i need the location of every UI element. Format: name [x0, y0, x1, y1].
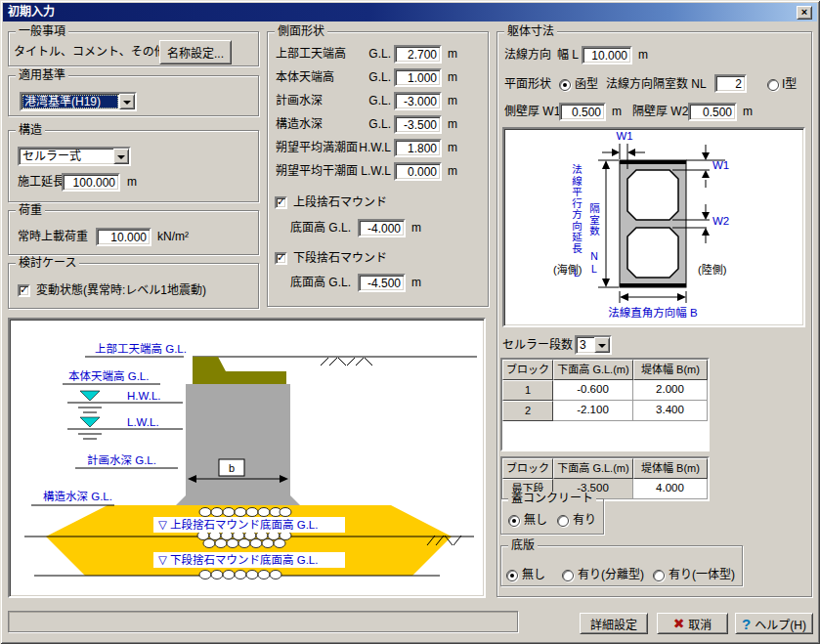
body-top-input[interactable] — [394, 68, 442, 87]
variable-state-checkbox[interactable] — [18, 284, 30, 297]
row-header: 1 — [502, 380, 553, 401]
help-button[interactable]: ? ヘルプ(H) — [735, 613, 813, 634]
cell-base-gl[interactable]: -0.600 — [553, 380, 633, 401]
plan-cell-lower — [627, 228, 678, 278]
row-label: 計画水深 — [276, 92, 323, 110]
cover-none-label: 無し — [524, 511, 547, 530]
cancel-label: 取消 — [688, 616, 712, 632]
plan-diagram: W1 W1 W2 法線直角方向幅 B (海側) — [504, 129, 803, 325]
label-design-depth: 計画水深 G.L. — [87, 453, 156, 466]
upper-mound-base-label: 底面高 G.L. — [290, 219, 351, 237]
table-row: 1 -0.600 2.000 — [502, 380, 708, 401]
design-depth-input[interactable] — [394, 92, 442, 110]
row-label: 構造水深 — [276, 115, 323, 134]
col-header-width: 堤体幅 B(m) — [633, 360, 708, 380]
structure-depth-input[interactable] — [394, 115, 442, 134]
label-sea-side: (海側) — [553, 263, 582, 276]
w1-label: 側壁厚 W1 — [504, 103, 560, 121]
table-header-row: ブロック 下面高 G.L.(m) 堤体幅 B(m) — [502, 360, 708, 380]
cancel-x-icon: ✖ — [673, 617, 685, 630]
structure-type-combobox[interactable]: セルラー式 — [18, 147, 131, 166]
plan-box-label: 函型 — [575, 75, 598, 94]
upper-mound-unit: m — [411, 219, 421, 237]
cellular-stage-label: セルラー段数 — [502, 336, 573, 355]
cellular-stage-combobox[interactable]: 3 — [575, 335, 612, 355]
w1-input[interactable] — [559, 103, 606, 121]
nl-input[interactable] — [714, 74, 747, 93]
hwl-marker-icon — [80, 391, 100, 401]
block-table-upper: ブロック 下面高 G.L.(m) 堤体幅 B(m) 1 -0.600 2.000… — [500, 358, 710, 451]
standard-combobox[interactable]: 港湾基準(H19) — [20, 92, 137, 111]
chevron-down-icon[interactable] — [113, 149, 129, 164]
upper-mound-checkbox[interactable] — [275, 196, 287, 209]
section-diagram: 上部工天端高 G.L. 本体天端高 G.L. H.W.L. L.W.L. 計画水… — [10, 320, 484, 596]
cover-none-radio[interactable] — [508, 515, 520, 527]
plan-i-radio[interactable] — [767, 79, 779, 91]
row-ref: G.L. — [332, 92, 391, 110]
cell-base-gl[interactable]: -2.100 — [553, 401, 633, 421]
standard-combobox-value: 港湾基準(H19) — [22, 95, 118, 108]
group-study-case-title: 検討ケース — [16, 256, 79, 270]
plan-box-radio[interactable] — [559, 79, 571, 91]
table-row: 2 -2.100 3.400 — [502, 401, 708, 421]
cellular-stage-value: 3 — [578, 338, 593, 352]
cover-yes-radio[interactable] — [557, 515, 569, 527]
crest-top-input[interactable] — [394, 45, 442, 64]
slab-integral-radio[interactable] — [653, 570, 665, 581]
col-header-base: 下面高 G.L.(m) — [553, 360, 633, 380]
chevron-down-icon[interactable] — [594, 337, 610, 353]
lower-mound-checkbox[interactable] — [275, 252, 287, 265]
label-width-b: 法線直角方向幅 B — [608, 306, 698, 319]
row-unit: m — [448, 45, 457, 64]
length-input[interactable] — [62, 173, 120, 192]
chevron-down-icon[interactable] — [119, 94, 135, 109]
cancel-button[interactable]: ✖ 取消 — [657, 613, 728, 634]
lwl-input[interactable] — [394, 162, 442, 181]
slab-separate-radio[interactable] — [562, 570, 574, 581]
group-structure-title: 構造 — [16, 123, 45, 137]
row-unit: m — [448, 162, 457, 181]
upper-mound-base-input[interactable] — [358, 219, 406, 237]
slab-integral-label: 有り(一体型) — [669, 566, 735, 584]
help-question-icon: ? — [742, 617, 751, 631]
row-ref: G.L. — [332, 68, 391, 87]
plan-diagram-panel: W1 W1 W2 法線直角方向幅 B (海側) — [502, 127, 805, 327]
name-setting-button[interactable]: 名称設定... — [159, 40, 232, 64]
slab-none-radio[interactable] — [506, 570, 518, 581]
w1-unit: m — [612, 103, 622, 121]
plan-cell-upper — [627, 170, 678, 220]
superstructure-shape — [193, 357, 286, 384]
hwl-input[interactable] — [394, 139, 442, 157]
dialog-initial-input: 初期入力 × 一般事項 タイトル、コメント、その他: 名称設定... 適用基準 … — [0, 0, 820, 644]
slab-separate-label: 有り(分離型) — [578, 566, 644, 584]
cell-width-b[interactable]: 2.000 — [633, 380, 708, 401]
col-header-block: ブロック — [502, 458, 553, 479]
length-unit: m — [127, 173, 137, 192]
group-load-title: 荷重 — [16, 203, 45, 217]
cell-width-b[interactable]: 3.400 — [633, 401, 708, 421]
label-land-side: (陸側) — [698, 264, 726, 276]
row-ref: G.L. — [332, 115, 391, 134]
titlebar: 初期入力 — [3, 3, 817, 21]
cell-width-b[interactable]: 4.000 — [633, 479, 708, 499]
label-hwl: H.W.L. — [127, 390, 161, 402]
detail-settings-button[interactable]: 詳細設定 — [580, 613, 648, 634]
row-ref: H.W.L — [332, 139, 391, 157]
plan-i-label: I型 — [782, 75, 797, 94]
width-l-input[interactable] — [582, 46, 632, 64]
surcharge-input[interactable] — [96, 228, 151, 246]
w2-input[interactable] — [688, 103, 737, 121]
label-w1-top: W1 — [616, 130, 632, 142]
lower-mound-base-input[interactable] — [358, 274, 406, 292]
status-box — [8, 611, 518, 632]
group-standard-title: 適用基準 — [16, 68, 68, 82]
section-diagram-panel: 上部工天端高 G.L. 本体天端高 G.L. H.W.L. L.W.L. 計画水… — [8, 318, 486, 598]
row-ref: L.W.L — [332, 162, 391, 181]
row-label: 本体天端高 — [276, 68, 334, 87]
lower-mound-label: 下段捨石マウンド — [293, 249, 387, 268]
row-unit: m — [448, 92, 457, 110]
group-general-title: 一般事項 — [16, 24, 68, 38]
close-icon[interactable]: × — [797, 6, 812, 20]
detail-settings-label: 詳細設定 — [590, 616, 637, 632]
structure-type-value: セルラー式 — [21, 150, 112, 163]
